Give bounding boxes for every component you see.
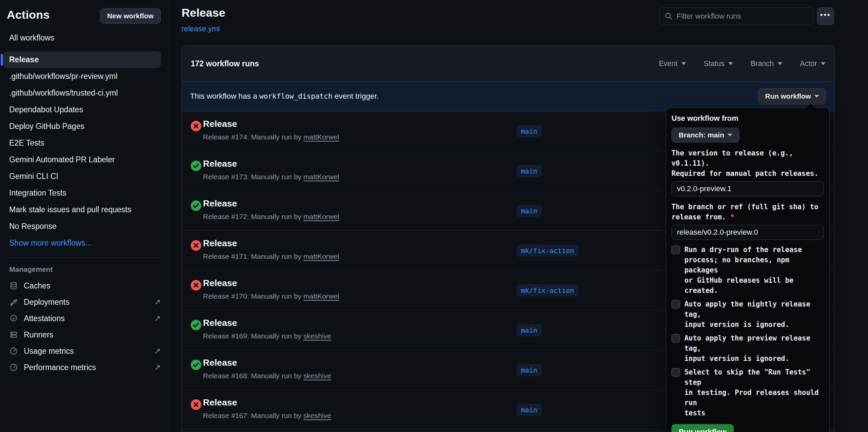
workflow-item-label: Deploy GitHub Pages: [9, 122, 84, 131]
run-description: Release #173: Manually run by mattKorwel: [203, 173, 339, 181]
actor-link[interactable]: mattKorwel: [303, 292, 339, 300]
checkbox[interactable]: [671, 334, 680, 343]
filter-dropdown-branch[interactable]: Branch: [751, 60, 782, 68]
sidebar-workflow-item[interactable]: Integration Tests: [3, 185, 161, 201]
chevron-down-icon: [778, 62, 782, 65]
run-description: Release #174: Manually run by mattKorwel: [203, 133, 339, 141]
success-status-icon: [191, 161, 201, 171]
dispatch-options: Run a dry-run of the release process; no…: [671, 245, 824, 418]
actor-link[interactable]: mattKorwel: [303, 173, 339, 181]
workflow-item-label: Show more workflows...: [9, 238, 92, 248]
actor-link[interactable]: skeshive: [303, 412, 331, 419]
filter-label: Branch: [751, 60, 774, 68]
chevron-down-icon: [814, 95, 819, 98]
sidebar-workflow-item[interactable]: Mark stale issues and pull requests: [3, 201, 161, 218]
management-item-label: Performance metrics: [24, 363, 96, 372]
sidebar-workflow-item[interactable]: Gemini Automated PR Labeler: [3, 151, 161, 168]
filter-dropdown-actor[interactable]: Actor: [800, 60, 826, 68]
checkbox[interactable]: [671, 246, 680, 254]
run-title: Release: [203, 119, 237, 129]
actor-link[interactable]: skeshive: [303, 332, 331, 340]
filter-workflow-runs-box[interactable]: [659, 7, 813, 25]
branch-badge[interactable]: main: [516, 324, 542, 336]
show-more-workflows-link[interactable]: Show more workflows...: [3, 235, 161, 251]
workflow-list: Release.github/workflows/pr-review.yml.g…: [0, 51, 169, 251]
runs-count-label: 172 workflow runs: [191, 59, 259, 68]
header-kebab-button[interactable]: •••: [817, 7, 834, 25]
workflow-item-label: Integration Tests: [9, 188, 66, 198]
branch-badge[interactable]: main: [516, 125, 542, 137]
sidebar-divider: [7, 257, 162, 258]
panel-run-workflow-button[interactable]: Run workflow: [671, 424, 734, 432]
run-workflow-panel: Use workflow from Branch: main The versi…: [666, 107, 830, 432]
management-item-performance-metrics[interactable]: Performance metrics ↗: [0, 359, 169, 376]
run-title: Release: [203, 278, 237, 288]
management-item-usage-metrics[interactable]: Usage metrics ↗: [0, 343, 169, 359]
sidebar-workflow-item[interactable]: .github/workflows/trusted-ci.yml: [3, 85, 161, 101]
run-title: Release: [203, 159, 237, 169]
dispatch-option-row[interactable]: Auto apply the preview release tag, inpu…: [671, 333, 824, 364]
management-item-caches[interactable]: Caches: [0, 278, 169, 294]
workflow-file-link[interactable]: release.yml: [182, 24, 220, 33]
workflow-dispatch-banner: This workflow has a workflow_dispatch ev…: [182, 81, 834, 111]
run-title: Release: [203, 198, 237, 209]
sidebar-workflow-item[interactable]: .github/workflows/pr-review.yml: [3, 68, 161, 85]
external-link-icon: ↗: [154, 346, 161, 356]
failure-status-icon: [191, 399, 201, 410]
branch-badge[interactable]: mk/fix-action: [516, 245, 579, 257]
failure-status-icon: [191, 121, 201, 131]
run-description: Release #167: Manually run by skeshive: [203, 412, 331, 420]
dispatch-option-row[interactable]: Select to skip the "Run Tests" step in t…: [671, 367, 824, 418]
version-input[interactable]: [671, 181, 824, 196]
run-workflow-dropdown-button[interactable]: Run workflow: [758, 88, 826, 104]
sidebar-workflow-item[interactable]: Dependabot Updates: [3, 101, 161, 118]
actor-link[interactable]: mattKorwel: [303, 252, 339, 260]
run-description: Release #170: Manually run by mattKorwel: [203, 292, 339, 300]
dispatch-option-row[interactable]: Auto apply the nightly release tag, inpu…: [671, 299, 824, 330]
sidebar-workflow-item[interactable]: No Response: [3, 218, 161, 235]
management-item-deployments[interactable]: Deployments ↗: [0, 294, 169, 310]
actor-link[interactable]: mattKorwel: [303, 133, 339, 141]
rocket-icon: [9, 298, 18, 306]
sidebar-item-all-workflows[interactable]: All workflows: [9, 33, 169, 43]
branch-badge[interactable]: main: [516, 364, 542, 376]
checkbox[interactable]: [671, 300, 680, 309]
ref-input-label: The branch or ref (full git sha) to rele…: [671, 202, 824, 222]
filter-dropdown-status[interactable]: Status: [704, 60, 733, 68]
failure-status-icon: [191, 280, 201, 290]
branch-badge[interactable]: main: [516, 205, 542, 217]
workflow-item-label: Gemini Automated PR Labeler: [9, 155, 115, 164]
management-item-runners[interactable]: Runners: [0, 327, 169, 343]
checkbox[interactable]: [671, 368, 680, 377]
sidebar-workflow-item[interactable]: Deploy GitHub Pages: [3, 118, 161, 135]
checkbox-label: Auto apply the nightly release tag, inpu…: [684, 299, 824, 330]
required-asterisk: *: [730, 213, 734, 221]
filter-workflow-runs-input[interactable]: [677, 12, 808, 21]
runs-filters: Event Status Branch Actor: [659, 60, 826, 68]
branch-badge[interactable]: mk/fix-action: [516, 284, 579, 297]
version-input-label: The version to release (e.g., v0.1.11). …: [671, 148, 824, 179]
management-item-label: Caches: [24, 281, 50, 290]
run-description: Release #172: Manually run by mattKorwel: [203, 213, 339, 221]
branch-badge[interactable]: main: [516, 404, 542, 416]
management-item-label: Attestations: [24, 314, 65, 323]
chevron-down-icon: [728, 134, 732, 136]
sidebar-workflow-item[interactable]: Gemini CLI CI: [3, 168, 161, 185]
chevron-down-icon: [728, 62, 733, 65]
branch-badge[interactable]: main: [516, 165, 542, 177]
meter-icon: [9, 347, 18, 355]
management-heading: Management: [9, 265, 169, 273]
branch-select-button[interactable]: Branch: main: [671, 128, 739, 143]
actor-link[interactable]: mattKorwel: [303, 213, 339, 220]
workflow-item-label: Release: [9, 55, 39, 64]
ref-input[interactable]: [671, 225, 824, 240]
filter-dropdown-event[interactable]: Event: [659, 60, 686, 68]
dispatch-option-row[interactable]: Run a dry-run of the release process; no…: [671, 245, 824, 296]
run-title: Release: [203, 358, 237, 368]
success-status-icon: [191, 360, 201, 370]
sidebar-workflow-item[interactable]: E2E Tests: [3, 135, 161, 151]
new-workflow-button[interactable]: New workflow: [100, 8, 161, 24]
actor-link[interactable]: skeshive: [303, 372, 331, 380]
sidebar-workflow-item[interactable]: Release: [3, 51, 161, 68]
management-item-attestations[interactable]: Attestations ↗: [0, 310, 169, 327]
